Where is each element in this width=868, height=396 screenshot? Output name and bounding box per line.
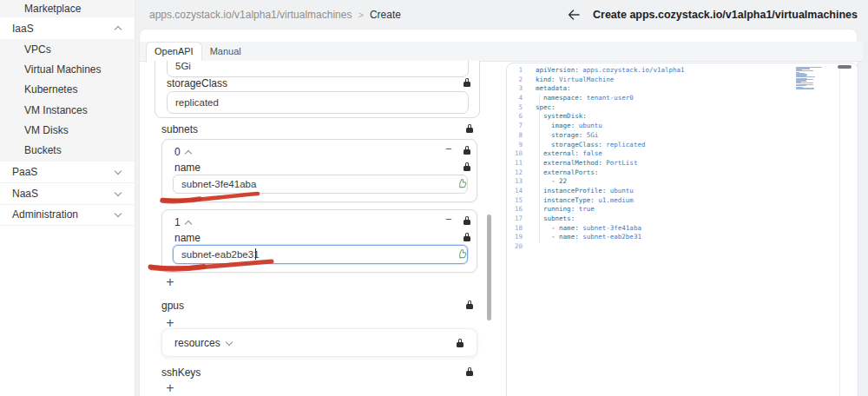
chevron-down-icon xyxy=(115,168,122,175)
sidebar-item-label: VM Instances xyxy=(24,104,88,116)
lock-icon[interactable] xyxy=(464,216,471,225)
back-arrow-icon[interactable] xyxy=(568,10,580,20)
form-panel: storageClass subnets 0 − name 1 − xyxy=(139,61,496,396)
code-line: 17 subnets: xyxy=(507,214,858,224)
sidebar-item-label: Administration xyxy=(12,208,78,221)
storage-class-input[interactable] xyxy=(167,91,469,114)
sidebar-item-marketplace[interactable]: Marketplace xyxy=(0,0,135,17)
add-sshkey-button[interactable]: + xyxy=(163,380,177,396)
chevron-up-icon xyxy=(115,26,122,33)
sidebar-item-buckets[interactable]: Buckets xyxy=(0,140,135,160)
gpus-label: gpus xyxy=(161,300,184,312)
code-area: 1apiVersion: apps.cozystack.io/v1alpha12… xyxy=(507,66,858,252)
sidebar-item-virtual-machines[interactable]: Virtual Machines xyxy=(0,59,135,79)
code-line: 15 instanceType: u1.medium xyxy=(507,196,858,206)
sidebar-item-label: NaaS xyxy=(12,188,38,200)
line-number: 17 xyxy=(507,214,523,224)
tab-bar: OpenAPIManual xyxy=(140,42,863,62)
minimap-line xyxy=(796,89,814,89)
thumbs-up-icon xyxy=(457,248,468,260)
code-line: 4 namespace: tenant-user0 xyxy=(507,94,858,103)
line-number: 11 xyxy=(507,159,523,168)
storage-size-input[interactable] xyxy=(167,61,469,77)
line-number: 3 xyxy=(507,84,523,94)
breadcrumb-current: Create xyxy=(370,9,401,21)
subnet-1-name-input[interactable] xyxy=(173,245,468,264)
resources-card[interactable]: resources xyxy=(161,328,477,357)
sidebar-item-label: PaaS xyxy=(12,166,37,178)
indent-guide xyxy=(539,94,540,243)
code-line: 9 storageClass: replicated xyxy=(507,141,858,150)
line-number: 6 xyxy=(507,112,523,122)
code-line: 12 externalPorts: xyxy=(507,168,858,178)
lock-icon[interactable] xyxy=(464,233,471,241)
breadcrumb: apps.cozystack.io/v1alpha1/virtualmachin… xyxy=(149,9,401,21)
item-index: 1 xyxy=(174,216,181,228)
sidebar-item-vm-instances[interactable]: VM Instances xyxy=(0,100,135,120)
line-number: 12 xyxy=(507,168,523,178)
sidebar-item-vpcs[interactable]: VPCs xyxy=(0,39,135,59)
remove-subnet-1-button[interactable]: − xyxy=(445,213,452,226)
line-number: 14 xyxy=(507,187,523,196)
name-label: name xyxy=(174,162,201,174)
code-line: 10 external: false xyxy=(507,149,858,159)
lock-icon[interactable] xyxy=(464,162,471,171)
sidebar-item-iaas[interactable]: IaaS xyxy=(0,17,135,39)
subnet-item-1: 1 − name xyxy=(161,209,477,273)
line-number: 9 xyxy=(507,141,523,150)
line-number: 13 xyxy=(507,177,523,187)
line-number: 19 xyxy=(507,233,523,242)
code-line: 5spec: xyxy=(507,103,858,113)
minimap-slider[interactable] xyxy=(838,65,852,69)
sidebar-item-paas[interactable]: PaaS xyxy=(0,161,135,182)
sidebar-item-vm-disks[interactable]: VM Disks xyxy=(0,120,135,140)
line-number: 15 xyxy=(507,196,523,206)
lock-icon[interactable] xyxy=(457,339,464,347)
chevron-down-icon xyxy=(115,189,122,196)
line-number: 10 xyxy=(507,149,523,159)
code-line: 16 running: true xyxy=(507,205,858,214)
tab-openapi[interactable]: OpenAPI xyxy=(146,42,202,63)
line-number: 2 xyxy=(507,76,523,85)
form-scrollbar[interactable] xyxy=(487,214,491,320)
sidebar-item-administration[interactable]: Administration xyxy=(0,204,135,226)
lock-icon[interactable] xyxy=(464,146,471,155)
subnet-item-1-header[interactable]: 1 xyxy=(174,215,191,229)
line-number: 7 xyxy=(507,122,523,131)
line-number: 18 xyxy=(507,224,523,234)
subnet-item-0-header[interactable]: 0 xyxy=(174,145,191,159)
subnet-0-name-input[interactable] xyxy=(173,175,468,194)
breadcrumb-path[interactable]: apps.cozystack.io/v1alpha1/virtualmachin… xyxy=(149,9,352,21)
minimap[interactable] xyxy=(796,67,827,91)
sshkeys-label: sshKeys xyxy=(161,366,201,379)
lock-icon[interactable] xyxy=(464,78,471,87)
app-window: apps.cozystack.io/v1alpha1/virtualmachin… xyxy=(0,0,868,396)
tab-manual[interactable]: Manual xyxy=(202,42,249,61)
code-line: 7 image: ubuntu xyxy=(507,122,858,131)
page-title-group: Create apps.cozystack.io/v1alpha1/virtua… xyxy=(568,9,858,21)
sidebar-item-label: Kubernetes xyxy=(24,83,77,96)
lock-icon[interactable] xyxy=(466,367,474,376)
code-line: 11 externalMethod: PortList xyxy=(507,159,858,168)
sidebar-item-naas[interactable]: NaaS xyxy=(0,182,135,204)
page-title: Create apps.cozystack.io/v1alpha1/virtua… xyxy=(593,9,858,21)
remove-subnet-0-button[interactable]: − xyxy=(445,142,452,155)
storage-class-label: storageClass xyxy=(167,77,227,89)
lock-icon[interactable] xyxy=(466,300,474,309)
code-line: 19 - name: subnet-eab2be31 xyxy=(507,233,858,242)
code-line: 20 xyxy=(507,242,858,252)
sidebar-item-kubernetes[interactable]: Kubernetes xyxy=(0,80,135,100)
code-line: 6 systemDisk: xyxy=(507,112,858,122)
code-line: 13 - 22 xyxy=(507,177,858,187)
lock-icon[interactable] xyxy=(466,124,474,133)
add-subnet-button[interactable]: + xyxy=(163,274,177,290)
chevron-down-icon xyxy=(225,338,232,345)
line-number: 20 xyxy=(507,242,523,252)
chevron-up-icon xyxy=(184,149,191,156)
resources-label: resources xyxy=(174,337,220,349)
subnet-item-0: 0 − name xyxy=(161,139,477,202)
sidebar: MarketplaceIaaSVPCsVirtual MachinesKuber… xyxy=(0,0,135,396)
yaml-editor[interactable]: 1apiVersion: apps.cozystack.io/v1alpha12… xyxy=(506,63,858,396)
chevron-up-icon xyxy=(184,220,191,227)
top-header: apps.cozystack.io/v1alpha1/virtualmachin… xyxy=(135,0,868,29)
